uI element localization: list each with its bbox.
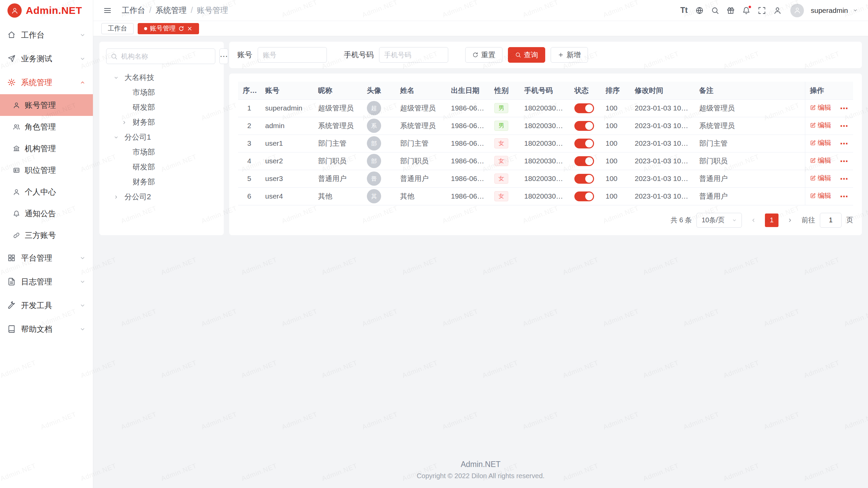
cell-remark: 超级管理员 bbox=[694, 99, 805, 117]
close-tab-icon[interactable] bbox=[187, 26, 193, 32]
cell-birth: 1986-06-28 bbox=[446, 187, 490, 205]
caret-right-icon[interactable] bbox=[122, 120, 133, 125]
tree-node[interactable]: 大名科技 bbox=[106, 70, 217, 85]
status-toggle[interactable] bbox=[574, 121, 594, 131]
status-toggle[interactable] bbox=[574, 174, 594, 184]
gift-button[interactable] bbox=[725, 4, 737, 17]
edit-button[interactable]: 编辑 bbox=[810, 191, 831, 200]
chevron-down-icon bbox=[80, 279, 85, 285]
cell-phone: 18020030720 bbox=[519, 187, 570, 205]
hamburger-icon bbox=[103, 6, 112, 15]
cell-nickname: 超级管理员 bbox=[313, 99, 362, 117]
prev-page-button[interactable] bbox=[747, 214, 760, 227]
breadcrumb-item[interactable]: 系统管理 bbox=[155, 5, 186, 16]
cell-no: 3 bbox=[238, 135, 260, 152]
search-button[interactable]: 查询 bbox=[508, 47, 545, 63]
logo[interactable]: Admin.NET bbox=[0, 0, 93, 21]
sidebar-item-post-management[interactable]: 职位管理 bbox=[0, 159, 93, 181]
row-more-button[interactable]: ⋯ bbox=[840, 174, 848, 183]
globe-icon bbox=[695, 6, 704, 15]
sidebar-item-label: 账号管理 bbox=[25, 100, 56, 110]
tree-node[interactable]: 市场部 bbox=[106, 85, 217, 100]
tree-node[interactable]: 财务部 bbox=[106, 115, 217, 130]
row-avatar: 部 bbox=[367, 136, 381, 150]
global-search-button[interactable] bbox=[709, 4, 721, 17]
cell-birth: 1986-06-28 bbox=[446, 99, 490, 117]
sidebar-item-workbench[interactable]: 工作台 bbox=[0, 23, 93, 47]
row-more-button[interactable]: ⋯ bbox=[840, 192, 848, 201]
row-more-button[interactable]: ⋯ bbox=[840, 157, 848, 166]
tree-node[interactable]: 市场部 bbox=[106, 145, 217, 160]
sidebar-item-business-test[interactable]: 业务测试 bbox=[0, 47, 93, 70]
sidebar-item-org-management[interactable]: 机构管理 bbox=[0, 138, 93, 159]
tab-account-management[interactable]: 账号管理 bbox=[138, 23, 199, 34]
wrench-icon bbox=[7, 301, 16, 309]
cell-phone: 18020030720 bbox=[519, 170, 570, 187]
avatar-person-icon bbox=[794, 7, 801, 14]
tree-node[interactable]: 研发部 bbox=[106, 100, 217, 115]
edit-button[interactable]: 编辑 bbox=[810, 138, 831, 147]
sidebar-item-personal-center[interactable]: 个人中心 bbox=[0, 181, 93, 203]
edit-button[interactable]: 编辑 bbox=[810, 156, 831, 165]
table-row: 1 superadmin 超级管理员 超 超级管理员 1986-06-28 男 … bbox=[238, 99, 853, 117]
sidebar-item-notice[interactable]: 通知公告 bbox=[0, 203, 93, 224]
row-avatar: 普 bbox=[367, 171, 381, 186]
breadcrumb-item[interactable]: 工作台 bbox=[122, 5, 145, 16]
cell-remark: 普通用户 bbox=[694, 170, 805, 187]
goto-page-input[interactable] bbox=[820, 213, 842, 228]
fullscreen-button[interactable] bbox=[756, 4, 768, 17]
next-page-button[interactable] bbox=[783, 214, 797, 227]
add-button[interactable]: 新增 bbox=[551, 47, 588, 63]
caret-right-icon[interactable] bbox=[114, 195, 124, 200]
profile-button[interactable] bbox=[771, 4, 784, 17]
notifications-button[interactable] bbox=[740, 4, 752, 17]
row-more-button[interactable]: ⋯ bbox=[840, 121, 848, 130]
page-number-button[interactable]: 1 bbox=[765, 214, 778, 227]
collapse-menu-button[interactable] bbox=[101, 4, 114, 17]
org-tree-panel: ⋯ 大名科技 市场部 研发部 bbox=[99, 42, 224, 235]
phone-input[interactable] bbox=[379, 47, 448, 63]
caret-down-icon[interactable] bbox=[114, 75, 124, 80]
sidebar-item-account-management[interactable]: 账号管理 bbox=[0, 94, 93, 116]
username[interactable]: superadmin bbox=[811, 6, 848, 15]
id-card-icon bbox=[13, 167, 20, 174]
tree-node[interactable]: 研发部 bbox=[106, 160, 217, 175]
sidebar-item-third-party-account[interactable]: 三方账号 bbox=[0, 224, 93, 246]
chevron-down-icon[interactable] bbox=[853, 8, 858, 13]
tree-node-label: 研发部 bbox=[133, 162, 155, 172]
gender-tag: 男 bbox=[494, 103, 508, 113]
sidebar-item-dev-tools[interactable]: 开发工具 bbox=[0, 293, 93, 317]
reset-button[interactable]: 重置 bbox=[465, 47, 502, 63]
tree-more-button[interactable]: ⋯ bbox=[219, 48, 228, 64]
row-more-button[interactable]: ⋯ bbox=[840, 139, 848, 148]
sidebar-item-log-management[interactable]: 日志管理 bbox=[0, 270, 93, 293]
sidebar-item-system-management[interactable]: 系统管理 bbox=[0, 70, 93, 94]
sidebar-item-help-docs[interactable]: 帮助文档 bbox=[0, 317, 93, 341]
refresh-tab-icon[interactable] bbox=[178, 26, 184, 32]
status-toggle[interactable] bbox=[574, 156, 594, 166]
sidebar-item-role-management[interactable]: 角色管理 bbox=[0, 116, 93, 138]
status-toggle[interactable] bbox=[574, 103, 594, 113]
org-search-input[interactable] bbox=[121, 53, 211, 60]
account-input[interactable] bbox=[258, 47, 327, 63]
language-button[interactable] bbox=[693, 4, 706, 17]
status-toggle[interactable] bbox=[574, 191, 594, 201]
more-icon: ⋯ bbox=[220, 52, 228, 61]
pagination-total: 共 6 条 bbox=[671, 216, 692, 225]
tree-node[interactable]: 分公司2 bbox=[106, 189, 217, 204]
col-no: 序号 bbox=[238, 82, 260, 99]
status-toggle[interactable] bbox=[574, 139, 594, 148]
edit-button[interactable]: 编辑 bbox=[810, 174, 831, 183]
edit-icon bbox=[810, 158, 816, 163]
user-avatar[interactable] bbox=[790, 4, 804, 17]
sidebar-item-platform-management[interactable]: 平台管理 bbox=[0, 246, 93, 270]
font-size-button[interactable]: Tt bbox=[678, 4, 690, 17]
tree-node[interactable]: 财务部 bbox=[106, 175, 217, 189]
tab-workbench[interactable]: 工作台 bbox=[101, 23, 134, 34]
edit-button[interactable]: 编辑 bbox=[810, 121, 831, 130]
page-size-select[interactable]: 10条/页 bbox=[696, 213, 742, 228]
tree-node[interactable]: 分公司1 bbox=[106, 130, 217, 145]
row-more-button[interactable]: ⋯ bbox=[840, 104, 848, 113]
edit-button[interactable]: 编辑 bbox=[810, 103, 831, 112]
caret-down-icon[interactable] bbox=[114, 135, 124, 140]
